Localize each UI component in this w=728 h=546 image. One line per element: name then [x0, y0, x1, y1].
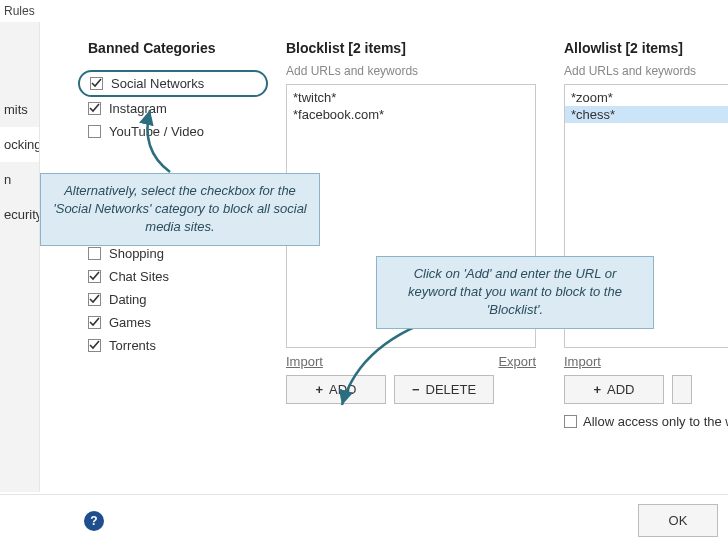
list-item[interactable]: *twitch* [293, 89, 529, 106]
checkbox-icon [90, 77, 103, 90]
allowlist-title: Allowlist [2 items] [564, 40, 728, 56]
checkbox-icon [88, 316, 101, 329]
minus-icon: − [412, 382, 420, 397]
category-label: YouTube / Video [109, 124, 204, 139]
list-item[interactable]: *zoom* [571, 89, 728, 106]
blocklist-add-label: ADD [329, 382, 356, 397]
allowlist-import-link[interactable]: Import [564, 354, 601, 369]
category-label: Torrents [109, 338, 156, 353]
plus-icon: + [315, 382, 323, 397]
sidebar-item-security[interactable]: ecurity [0, 197, 39, 232]
allow-only-label: Allow access only to the w [583, 414, 728, 429]
blocklist-sub: Add URLs and keywords [286, 64, 536, 78]
tooltip-blocklist: Click on 'Add' and enter the URL or keyw… [376, 256, 654, 329]
category-label: Chat Sites [109, 269, 169, 284]
help-icon[interactable]: ? [84, 511, 104, 531]
category-item[interactable]: Games [88, 311, 258, 334]
blocklist-add-button[interactable]: + ADD [286, 375, 386, 404]
sidebar-item-n[interactable]: n [0, 162, 39, 197]
category-label: Games [109, 315, 151, 330]
category-item[interactable]: Torrents [88, 334, 258, 357]
allowlist-links: Import [564, 354, 728, 369]
checkbox-icon [88, 247, 101, 260]
allowlist-add-button[interactable]: + ADD [564, 375, 664, 404]
blocklist-links: Import Export [286, 354, 536, 369]
blocklist-title: Blocklist [2 items] [286, 40, 536, 56]
banned-categories-panel: Banned Categories Social NetworksInstagr… [88, 40, 258, 492]
plus-icon: + [593, 382, 601, 397]
checkbox-box [564, 415, 577, 428]
ok-button[interactable]: OK [638, 504, 718, 537]
checkbox-icon [88, 293, 101, 306]
blocklist-delete-button[interactable]: − DELETE [394, 375, 494, 404]
blocklist-import-link[interactable]: Import [286, 354, 323, 369]
checkbox-icon [88, 270, 101, 283]
allow-only-checkbox[interactable]: Allow access only to the w [564, 414, 728, 429]
window-title: Rules [0, 0, 728, 22]
category-item[interactable]: Social Networks [78, 70, 268, 97]
tooltip-categories: Alternatively, select the checkbox for t… [40, 173, 320, 246]
category-item[interactable]: Instagram [88, 97, 258, 120]
category-label: Social Networks [111, 76, 204, 91]
checkbox-icon [88, 125, 101, 138]
checkbox-icon [88, 102, 101, 115]
blocklist-delete-label: DELETE [426, 382, 477, 397]
banned-title: Banned Categories [88, 40, 258, 56]
allowlist-add-label: ADD [607, 382, 634, 397]
allowlist-sub: Add URLs and keywords [564, 64, 728, 78]
category-label: Instagram [109, 101, 167, 116]
category-item[interactable]: YouTube / Video [88, 120, 258, 143]
checkbox-icon [88, 339, 101, 352]
sidebar: mits ocking n ecurity [0, 22, 40, 492]
list-item[interactable]: *facebook.com* [293, 106, 529, 123]
sidebar-item-blocking[interactable]: ocking [0, 127, 39, 162]
category-label: Shopping [109, 246, 164, 261]
category-item[interactable]: Dating [88, 288, 258, 311]
category-item[interactable]: Chat Sites [88, 265, 258, 288]
category-label: Dating [109, 292, 147, 307]
list-item[interactable]: *chess* [565, 106, 728, 123]
blocklist-export-link[interactable]: Export [498, 354, 536, 369]
allowlist-extra-button[interactable] [672, 375, 692, 404]
sidebar-item-limits[interactable]: mits [0, 92, 39, 127]
footer: ? OK [0, 494, 728, 546]
